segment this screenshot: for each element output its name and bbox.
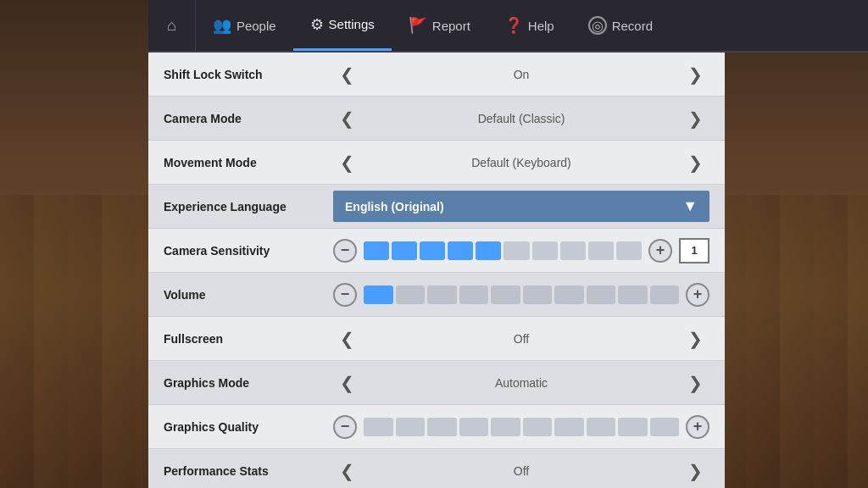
slider-dots-camera-sensitivity[interactable] [364,241,642,260]
dropdown-value-experience-language: English (Original) [345,200,444,214]
slider-dot-5[interactable] [504,241,529,260]
slider-dot-7[interactable] [587,286,616,304]
arrow-left-fullscreen[interactable]: ❮ [333,325,361,352]
setting-row-volume: Volume−+ [148,273,725,317]
settings-panel: Shift Lock Switch❮On❯Camera Mode❮Default… [148,53,725,488]
arrow-right-performance-stats[interactable]: ❯ [682,458,709,485]
setting-row-shift-lock-switch: Shift Lock Switch❮On❯ [148,53,725,97]
slider-dot-4[interactable] [476,241,501,260]
slider-dot-1[interactable] [392,241,417,260]
nav-help[interactable]: ❓ Help [487,0,571,51]
setting-row-camera-mode: Camera Mode❮Default (Classic)❯ [148,97,725,141]
slider-dot-3[interactable] [459,286,489,304]
slider-dot-0[interactable] [364,286,393,304]
dropdown-container-experience-language: English (Original)▼ [333,191,709,222]
nav-help-label: Help [528,19,554,33]
slider-control-camera-sensitivity: −+1 [333,238,709,263]
dropdown-chevron-icon: ▼ [682,197,698,215]
arrow-left-camera-mode[interactable]: ❮ [333,105,361,132]
setting-value-performance-stats: Off [368,464,675,478]
slider-dot-4[interactable] [491,286,520,304]
slider-dot-2[interactable] [420,241,445,260]
slider-dot-1[interactable] [396,418,426,436]
nav-settings-label: Settings [329,17,375,31]
setting-label-graphics-quality: Graphics Quality [164,420,333,434]
setting-row-camera-sensitivity: Camera Sensitivity−+1 [148,229,725,273]
slider-dots-graphics-quality[interactable] [364,418,679,436]
setting-label-performance-stats: Performance Stats [164,464,333,478]
nav-record[interactable]: ◎ Record [571,0,670,51]
slider-plus-graphics-quality[interactable]: + [686,415,709,439]
slider-dot-2[interactable] [427,286,457,304]
nav-settings[interactable]: ⚙ Settings [293,0,392,51]
slider-dot-5[interactable] [523,286,553,304]
setting-row-graphics-quality: Graphics Quality−+ [148,405,725,449]
setting-label-experience-language: Experience Language [164,200,333,214]
arrow-control-performance-stats: ❮Off❯ [333,458,709,485]
slider-numeric-camera-sensitivity: 1 [679,238,709,263]
setting-value-graphics-mode: Automatic [368,376,675,390]
slider-dots-volume[interactable] [364,286,679,304]
slider-minus-volume[interactable]: − [333,283,357,307]
setting-row-performance-stats: Performance Stats❮Off❯ [148,449,725,488]
slider-dot-7[interactable] [587,418,616,436]
slider-minus-camera-sensitivity[interactable]: − [333,239,357,263]
slider-dot-3[interactable] [459,418,489,436]
arrow-control-shift-lock-switch: ❮On❯ [333,61,709,88]
nav-home[interactable]: ⌂ [148,0,196,51]
slider-control-volume: −+ [333,283,709,307]
arrow-left-graphics-mode[interactable]: ❮ [333,369,361,396]
setting-row-movement-mode: Movement Mode❮Default (Keyboard)❯ [148,141,725,185]
setting-label-volume: Volume [164,288,333,302]
slider-dot-0[interactable] [364,241,389,260]
slider-plus-camera-sensitivity[interactable]: + [648,239,672,263]
nav-people-label: People [236,19,276,33]
setting-value-movement-mode: Default (Keyboard) [368,156,675,169]
slider-dot-5[interactable] [523,418,553,436]
arrow-control-camera-mode: ❮Default (Classic)❯ [333,105,709,132]
arrow-left-shift-lock-switch[interactable]: ❮ [333,61,361,88]
arrow-right-camera-mode[interactable]: ❯ [682,105,709,132]
setting-value-shift-lock-switch: On [368,68,675,81]
arrow-right-graphics-mode[interactable]: ❯ [682,369,709,396]
settings-icon: ⚙ [310,15,324,34]
slider-dot-6[interactable] [532,241,558,260]
arrow-right-fullscreen[interactable]: ❯ [682,325,709,352]
slider-dot-6[interactable] [554,418,584,436]
setting-label-shift-lock-switch: Shift Lock Switch [164,68,333,81]
arrow-left-performance-stats[interactable]: ❮ [333,458,361,485]
slider-dot-9[interactable] [650,286,680,304]
slider-dot-2[interactable] [427,418,457,436]
home-icon: ⌂ [167,17,176,35]
slider-minus-graphics-quality[interactable]: − [333,415,357,439]
slider-dot-8[interactable] [618,286,648,304]
slider-dot-6[interactable] [554,286,584,304]
people-icon: 👥 [213,16,231,35]
slider-dot-9[interactable] [616,241,642,260]
slider-dot-7[interactable] [560,241,586,260]
slider-dot-9[interactable] [650,418,680,436]
setting-label-camera-mode: Camera Mode [164,112,333,125]
nav-people[interactable]: 👥 People [196,0,293,51]
slider-dot-3[interactable] [448,241,473,260]
setting-label-movement-mode: Movement Mode [164,156,333,169]
slider-dot-4[interactable] [491,418,520,436]
nav-record-label: Record [612,19,653,33]
setting-row-experience-language: Experience LanguageEnglish (Original)▼ [148,185,725,229]
setting-row-graphics-mode: Graphics Mode❮Automatic❯ [148,361,725,405]
arrow-right-shift-lock-switch[interactable]: ❯ [682,61,709,88]
dropdown-btn-experience-language[interactable]: English (Original)▼ [333,191,709,222]
slider-dot-8[interactable] [618,418,648,436]
slider-plus-volume[interactable]: + [686,283,709,307]
slider-dot-1[interactable] [396,286,426,304]
dropdown-control-experience-language: English (Original)▼ [333,191,709,222]
arrow-right-movement-mode[interactable]: ❯ [682,149,709,176]
arrow-control-movement-mode: ❮Default (Keyboard)❯ [333,149,709,176]
help-icon: ❓ [504,16,523,35]
slider-dot-8[interactable] [588,241,614,260]
arrow-left-movement-mode[interactable]: ❮ [333,149,361,176]
arrow-control-fullscreen: ❮Off❯ [333,325,709,352]
record-icon: ◎ [588,16,607,35]
nav-report[interactable]: 🚩 Report [392,0,487,51]
slider-dot-0[interactable] [364,418,393,436]
